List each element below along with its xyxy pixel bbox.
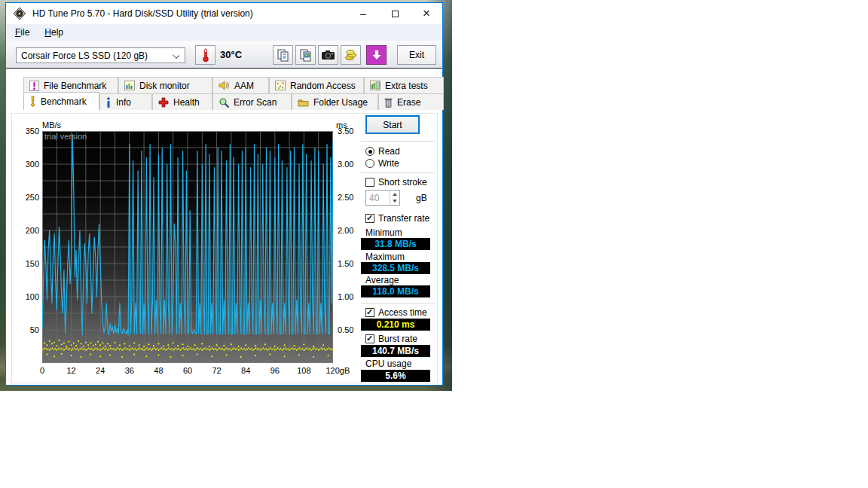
minimum-value: 31.8 MB/s [361, 238, 430, 250]
copy-image-button[interactable] [295, 45, 316, 65]
drive-select[interactable]: Corsair Force LS SSD (120 gB) [16, 47, 185, 63]
copy-text-button[interactable] [273, 45, 293, 65]
radio-icon [365, 147, 374, 156]
write-label: Write [378, 158, 399, 169]
random-access-icon [275, 81, 286, 90]
tab-random-access[interactable]: Random Access [269, 77, 364, 93]
title-bar: HD Tune Pro 5.70 - Hard Disk/SSD Utility… [6, 3, 442, 24]
tab-benchmark[interactable]: Benchmark [23, 92, 99, 110]
save-results-button[interactable] [366, 45, 387, 65]
burst-rate-label: Burst rate [378, 334, 417, 344]
y-tick-label: 1.00 [338, 292, 363, 301]
tab-label: Erase [397, 97, 420, 108]
radio-icon [365, 159, 374, 168]
tab-label: Error Scan [234, 97, 277, 108]
benchmark-icon [29, 96, 36, 107]
access-time-label: Access time [378, 307, 427, 318]
y-tick-label: 350 [17, 127, 39, 136]
write-radio[interactable]: Write [365, 158, 399, 169]
close-button[interactable]: × [411, 3, 442, 24]
spin-up-button[interactable] [390, 191, 399, 198]
tab-info[interactable]: Info [99, 93, 152, 110]
y-axis-left-ticks: 35030025020015010050 [17, 131, 39, 363]
x-tick-label: 48 [154, 366, 163, 375]
x-tick-label: 60 [183, 366, 192, 375]
menu-help[interactable]: Help [38, 26, 69, 39]
x-tick-label: 12 [66, 366, 75, 375]
checkbox-icon [365, 214, 374, 223]
trial-watermark: trial version [44, 132, 87, 141]
tab-health[interactable]: Health [152, 93, 212, 110]
temperature-button[interactable] [195, 45, 215, 65]
register-coins-icon [344, 48, 358, 62]
minimize-button[interactable]: – [347, 3, 379, 24]
separator [361, 172, 435, 173]
checkbox-icon [365, 178, 374, 187]
benchmark-chart [42, 131, 333, 363]
short-stroke-checkbox[interactable]: Short stroke [365, 177, 427, 188]
toolbar: Corsair Force LS SSD (120 gB) 30°C [6, 41, 442, 69]
maximize-button[interactable] [379, 3, 411, 24]
register-button[interactable] [341, 45, 361, 65]
window-title: HD Tune Pro 5.70 - Hard Disk/SSD Utility… [32, 8, 253, 19]
exit-button[interactable]: Exit [397, 45, 436, 65]
control-panel: Start Read Write Short stroke [361, 113, 438, 384]
transfer-rate-checkbox[interactable]: Transfer rate [365, 213, 429, 224]
y-tick-label: 300 [17, 160, 39, 169]
y-tick-label: 200 [17, 226, 39, 235]
y-tick-label: 2.50 [338, 193, 363, 202]
read-radio[interactable]: Read [365, 146, 400, 157]
tab-extra-tests[interactable]: Extra tests [364, 77, 444, 93]
tab-label: File Benchmark [44, 81, 106, 91]
read-label: Read [378, 146, 400, 157]
minimum-label: Minimum [365, 227, 402, 238]
y-left-unit: MB/s [42, 120, 61, 130]
spin-down-button[interactable] [390, 198, 399, 206]
menu-file[interactable]: File [9, 26, 35, 39]
tab-file-benchmark[interactable]: File Benchmark [23, 77, 118, 93]
tab-label: Random Access [290, 81, 356, 91]
average-value: 118.0 MB/s [361, 285, 430, 297]
x-tick-label: 72 [212, 366, 221, 375]
menu-bar: File Help [6, 24, 442, 41]
screenshot-button[interactable] [318, 45, 338, 65]
capacity-unit: gB [416, 193, 427, 203]
checkbox-icon [365, 308, 374, 317]
drive-select-value: Corsair Force LS SSD (120 gB) [21, 50, 148, 61]
capacity-input[interactable] [366, 191, 389, 205]
separator [361, 303, 435, 303]
burst-rate-checkbox[interactable]: Burst rate [365, 334, 417, 344]
access-time-checkbox[interactable]: Access time [365, 307, 427, 318]
disk-monitor-icon [124, 81, 135, 90]
tab-folder-usage[interactable]: Folder Usage [292, 93, 378, 110]
x-tick-label: 24 [96, 366, 105, 375]
capacity-spinner[interactable] [365, 190, 400, 206]
checkbox-icon [365, 334, 374, 343]
tab-label: Folder Usage [313, 97, 368, 108]
start-button[interactable]: Start [365, 115, 420, 134]
tab-error-scan[interactable]: Error Scan [212, 93, 292, 110]
temperature-value: 30°C [220, 49, 242, 60]
tab-disk-monitor[interactable]: Disk monitor [118, 77, 212, 93]
spinner-arrows[interactable] [390, 191, 399, 205]
folder-usage-icon [298, 98, 309, 107]
tab-label: Benchmark [41, 96, 87, 107]
y-tick-label: 150 [17, 259, 39, 268]
health-icon [158, 97, 169, 108]
tab-aam[interactable]: AAM [212, 77, 269, 93]
y-tick-label: 50 [17, 325, 39, 334]
screenshot-camera-icon [321, 50, 335, 60]
y-tick-label: 250 [17, 193, 39, 202]
extra-tests-icon [370, 81, 381, 90]
x-tick-label: 108 [297, 366, 310, 375]
x-tick-label: 0 [40, 366, 44, 375]
x-axis-ticks: 01224364860728496108120gB [42, 366, 344, 377]
maximize-icon [392, 11, 399, 17]
copy-text-icon [277, 48, 290, 62]
tab-label: Disk monitor [139, 81, 190, 91]
arrow-up-icon [393, 193, 397, 196]
tab-label: Health [173, 97, 200, 108]
tab-erase[interactable]: Erase [378, 93, 444, 110]
y-tick-label: 3.00 [338, 160, 363, 169]
tab-label: Extra tests [385, 81, 428, 91]
